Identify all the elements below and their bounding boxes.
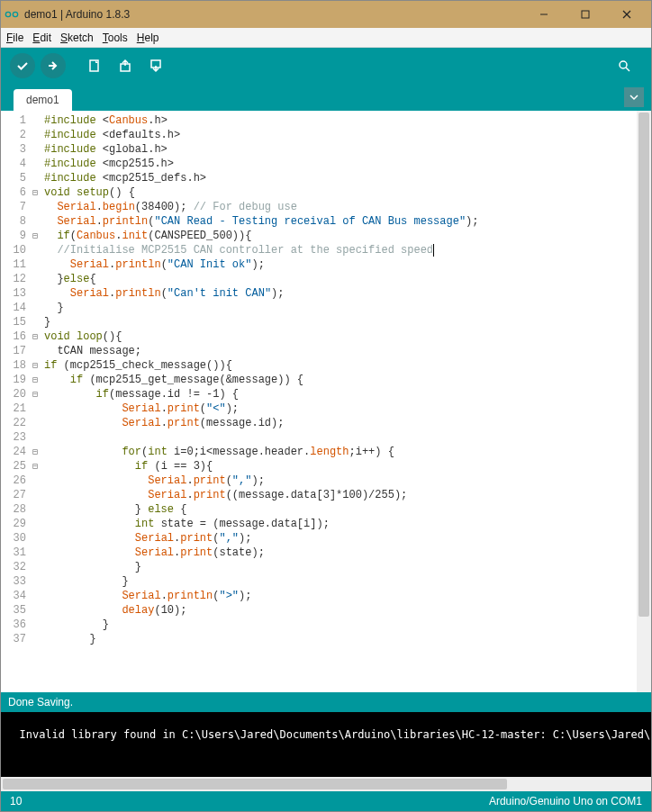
menu-edit[interactable]: Edit (32, 32, 51, 44)
console-text: Invalid library found in C:\Users\Jared\… (19, 728, 651, 741)
code-line[interactable]: if (mcp2515_get_message(&message)) { (44, 373, 633, 387)
svg-line-10 (626, 68, 629, 71)
tabbar: demo1 (1, 84, 651, 111)
menu-sketch[interactable]: Sketch (60, 32, 94, 44)
minimize-button[interactable] (523, 1, 565, 28)
fold-gutter[interactable]: ⊟⊟⊟⊟⊟⊟⊟⊟ (30, 111, 41, 692)
new-sketch-button[interactable] (82, 53, 107, 78)
code-line[interactable]: //Initialise MCP2515 CAN controller at t… (44, 243, 633, 257)
close-button[interactable] (606, 1, 647, 28)
code-area[interactable]: #include <Canbus.h>#include <defaults.h>… (41, 111, 637, 692)
scrollbar-thumb-h[interactable] (3, 779, 507, 789)
code-line[interactable]: for(int i=0;i<message.header.length;i++)… (44, 445, 633, 459)
code-line[interactable]: Serial.print((message.data[3]*100)/255); (44, 488, 633, 502)
titlebar: demo1 | Arduino 1.8.3 (1, 1, 651, 28)
verify-button[interactable] (10, 53, 35, 78)
serial-monitor-button[interactable] (611, 53, 637, 78)
code-line[interactable]: #include <global.h> (44, 142, 633, 157)
code-line[interactable]: Serial.begin(38400); // For debug use (44, 200, 633, 214)
code-line[interactable]: } (44, 301, 633, 315)
cursor-line: 10 (10, 795, 22, 807)
board-info: Arduino/Genuino Uno on COM1 (489, 795, 642, 807)
code-line[interactable]: Serial.print("<"); (44, 401, 633, 416)
toolbar (1, 48, 651, 84)
code-line[interactable]: Serial.print(","); (44, 531, 633, 546)
tab-menu-button[interactable] (624, 87, 644, 107)
line-gutter: 1234567891011121314151617181920212223242… (1, 111, 30, 692)
code-line[interactable]: if (i == 3){ (44, 459, 633, 474)
upload-button[interactable] (41, 53, 66, 78)
menu-tools[interactable]: Tools (103, 32, 128, 44)
code-line[interactable]: int state = (message.data[i]); (44, 517, 633, 531)
console: Invalid library found in C:\Users\Jared\… (1, 712, 651, 777)
code-line[interactable]: #include <mcp2515_defs.h> (44, 171, 633, 185)
code-line[interactable]: } else { (44, 502, 633, 517)
menu-file[interactable]: File (6, 32, 23, 44)
code-line[interactable]: #include <defaults.h> (44, 128, 633, 142)
menu-help[interactable]: Help (137, 32, 159, 44)
code-line[interactable]: } (44, 315, 633, 329)
svg-point-0 (5, 12, 10, 16)
maximize-button[interactable] (565, 1, 606, 28)
code-line[interactable]: Serial.println("CAN Init ok"); (44, 257, 633, 272)
footer-bar: 10 Arduino/Genuino Uno on COM1 (1, 791, 651, 811)
code-line[interactable]: if (mcp2515_check_message()){ (44, 358, 633, 373)
status-bar: Done Saving. (1, 692, 651, 712)
code-line[interactable]: Serial.println("Can't init CAN"); (44, 286, 633, 301)
status-message: Done Saving. (8, 696, 73, 708)
menubar: File Edit Sketch Tools Help (1, 28, 651, 48)
code-line[interactable]: if(message.id != -1) { (44, 387, 633, 401)
code-line[interactable]: Serial.print(","); (44, 474, 633, 488)
code-line[interactable]: Serial.print(state); (44, 546, 633, 560)
code-line[interactable]: } (44, 632, 633, 646)
code-line[interactable]: } (44, 574, 633, 589)
tab-label: demo1 (26, 94, 59, 106)
code-line[interactable]: } (44, 560, 633, 574)
code-line[interactable]: }else{ (44, 272, 633, 286)
code-line[interactable]: if(Canbus.init(CANSPEED_500)){ (44, 229, 633, 243)
code-line[interactable]: } (44, 618, 633, 632)
code-line[interactable]: #include <mcp2515.h> (44, 157, 633, 171)
editor[interactable]: 1234567891011121314151617181920212223242… (1, 111, 651, 692)
code-line[interactable]: void setup() { (44, 185, 633, 200)
svg-point-1 (13, 12, 17, 16)
svg-rect-3 (582, 11, 589, 18)
scrollbar-horizontal[interactable] (1, 777, 651, 791)
code-line[interactable] (44, 430, 633, 445)
save-sketch-button[interactable] (143, 53, 168, 78)
window-title: demo1 | Arduino 1.8.3 (24, 8, 523, 21)
code-line[interactable]: Serial.println(">"); (44, 589, 633, 603)
code-line[interactable]: Serial.print(message.id); (44, 416, 633, 430)
svg-point-9 (620, 61, 627, 68)
code-line[interactable]: Serial.println("CAN Read - Testing recei… (44, 214, 633, 229)
scrollbar-thumb[interactable] (638, 113, 649, 617)
code-line[interactable]: delay(10); (44, 603, 633, 618)
code-line[interactable]: #include <Canbus.h> (44, 113, 633, 128)
code-line[interactable]: void loop(){ (44, 329, 633, 344)
arduino-icon (5, 7, 19, 22)
open-sketch-button[interactable] (113, 53, 138, 78)
tab-demo1[interactable]: demo1 (14, 89, 72, 111)
code-line[interactable]: tCAN message; (44, 344, 633, 358)
scrollbar-vertical[interactable] (637, 111, 651, 692)
